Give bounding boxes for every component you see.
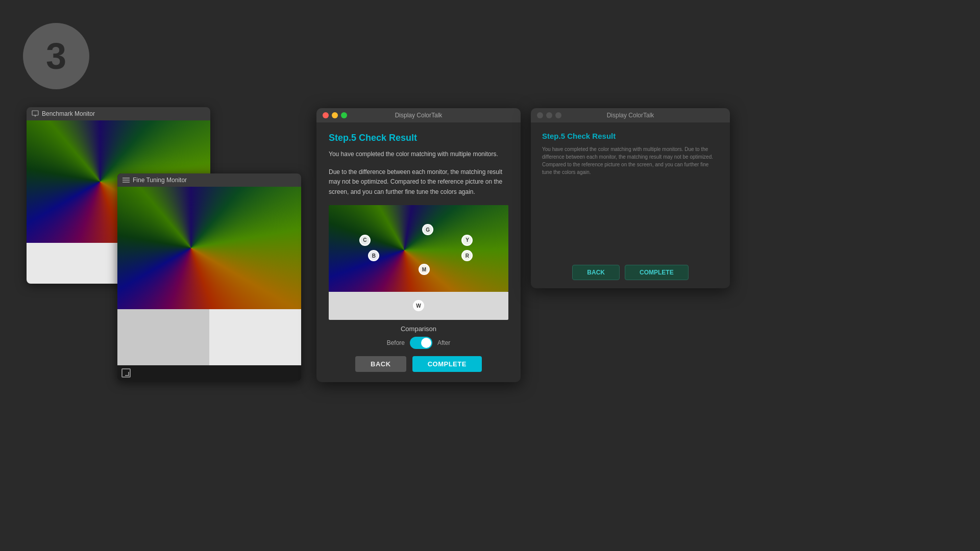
toggle-knob xyxy=(421,338,431,348)
center-window-title: Display ColorTalk xyxy=(395,112,443,119)
step-number: 3 xyxy=(46,35,66,77)
toggle-row: Before After xyxy=(329,337,508,349)
dot-G[interactable]: G xyxy=(422,224,433,235)
fine-tuning-window: Fine Tuning Monitor xyxy=(117,173,301,381)
close-button[interactable] xyxy=(323,112,329,118)
right-window-content: Step.5 Check Result You have completed t… xyxy=(531,122,730,192)
back-button[interactable]: BACK xyxy=(355,356,406,372)
before-label: Before xyxy=(387,339,405,346)
center-step-desc-line2: Due to the difference between each monit… xyxy=(329,167,508,197)
right-window-title: Display ColorTalk xyxy=(607,112,654,119)
center-colortalk-window: Display ColorTalk Step.5 Check Result Yo… xyxy=(316,108,521,382)
center-step-desc-line1: You have completed the color matching wi… xyxy=(329,149,508,159)
comparison-label: Comparison xyxy=(329,325,508,333)
right-minimize-button[interactable] xyxy=(546,112,552,118)
right-back-button[interactable]: BACK xyxy=(572,265,620,280)
right-button-row: BACK COMPLETE xyxy=(531,259,730,288)
right-colortalk-window: Display ColorTalk Step.5 Check Result Yo… xyxy=(531,108,730,288)
fine-tuning-white-bar xyxy=(117,309,301,365)
center-titlebar: Display ColorTalk xyxy=(316,108,521,122)
right-maximize-button[interactable] xyxy=(555,112,561,118)
dot-W[interactable]: W xyxy=(413,300,424,311)
fine-tuning-spiral xyxy=(117,187,301,309)
comparison-toggle[interactable] xyxy=(410,337,432,349)
right-close-button[interactable] xyxy=(537,112,543,118)
white-bar-right xyxy=(209,309,301,365)
dot-C[interactable]: C xyxy=(359,235,371,246)
center-step-title: Step.5 Check Result xyxy=(329,133,508,143)
white-bar-preview: W xyxy=(329,292,508,320)
right-titlebar: Display ColorTalk xyxy=(531,108,730,122)
color-preview-container: G C Y B R M W xyxy=(329,205,508,320)
after-label: After xyxy=(437,339,450,346)
benchmark-titlebar: Benchmark Monitor xyxy=(27,107,210,120)
menu-icon xyxy=(122,178,130,183)
right-traffic-lights xyxy=(537,112,561,118)
fine-tuning-window-title: Fine Tuning Monitor xyxy=(133,177,187,184)
fine-tuning-titlebar: Fine Tuning Monitor xyxy=(117,173,301,187)
monitor-icon xyxy=(32,110,39,117)
fine-tuning-footer xyxy=(117,365,301,381)
complete-button[interactable]: COMPLETE xyxy=(412,356,482,372)
benchmark-window-title: Benchmark Monitor xyxy=(42,110,95,117)
fine-tuning-image xyxy=(117,187,301,309)
spiral-preview xyxy=(329,205,508,292)
white-bar-left xyxy=(117,309,209,365)
right-step-title: Step.5 Check Result xyxy=(542,132,719,140)
right-step-desc: You have completed the color matching wi… xyxy=(542,145,719,176)
comparison-section: Comparison xyxy=(329,325,508,333)
step-badge: 3 xyxy=(23,23,89,89)
right-complete-button[interactable]: COMPLETE xyxy=(625,265,689,280)
traffic-lights xyxy=(323,112,347,118)
dot-Y[interactable]: Y xyxy=(461,235,473,246)
center-button-row: BACK COMPLETE xyxy=(329,356,508,372)
maximize-button[interactable] xyxy=(341,112,347,118)
minimize-button[interactable] xyxy=(332,112,338,118)
svg-rect-0 xyxy=(32,111,38,115)
center-window-content: Step.5 Check Result You have completed t… xyxy=(316,122,521,382)
resize-icon[interactable] xyxy=(121,368,131,378)
color-preview-image: G C Y B R M xyxy=(329,205,508,292)
